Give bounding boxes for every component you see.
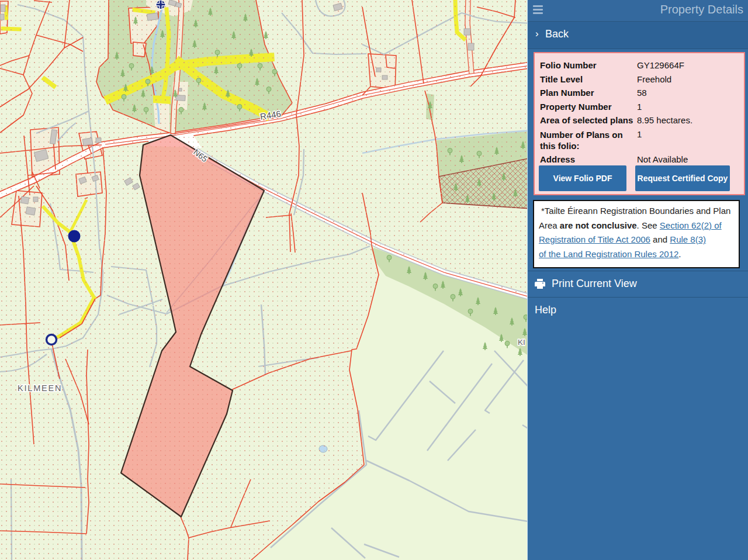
- svg-text:KI: KI: [518, 338, 525, 347]
- svg-text:KILMEEN: KILMEEN: [18, 383, 62, 393]
